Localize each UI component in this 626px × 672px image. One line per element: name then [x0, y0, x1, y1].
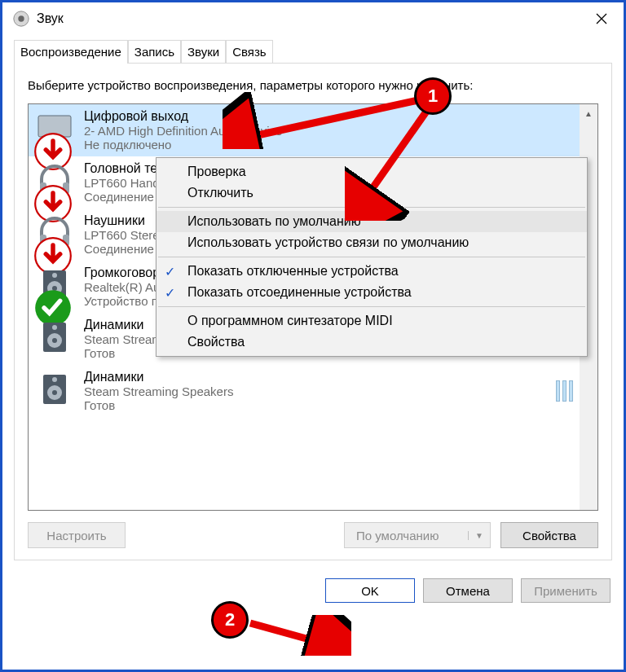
set-default-button[interactable]: По умолчанию ▼: [344, 522, 491, 548]
menu-label: Показать отключенные устройства: [187, 264, 399, 278]
svg-point-23: [52, 390, 57, 395]
check-icon: ✓: [165, 285, 175, 301]
instruction-text: Выберите устройство воспроизведения, пар…: [28, 78, 598, 92]
annotation-arrow: [245, 615, 351, 656]
menu-label: Показать отсоединенные устройства: [187, 285, 412, 299]
headphones-icon: [35, 213, 74, 253]
titlebar: Звук: [2, 2, 624, 35]
tab-sounds[interactable]: Звуки: [181, 40, 226, 63]
device-status: Готов: [84, 398, 233, 412]
dialog-button-row: OK Отмена Применить: [2, 572, 624, 616]
speaker-box-icon: [35, 318, 74, 357]
tab-recording[interactable]: Запись: [128, 40, 181, 63]
sound-dialog: Звук Воспроизведение Запись Звуки Связь …: [0, 0, 626, 672]
svg-line-27: [361, 112, 426, 204]
tab-strip: Воспроизведение Запись Звуки Связь: [2, 35, 624, 63]
menu-separator: [158, 306, 585, 307]
scroll-up-icon[interactable]: ▲: [580, 104, 597, 122]
device-text: Динамики Steam Streaming Speakers Готов: [84, 370, 233, 412]
chevron-down-icon: ▼: [468, 531, 483, 540]
speaker-box-icon: [35, 266, 74, 305]
level-meter: [556, 380, 573, 402]
menu-separator: [158, 257, 585, 257]
down-red-icon: [33, 132, 51, 150]
close-icon: [596, 13, 607, 24]
close-button[interactable]: [584, 7, 619, 31]
device-row[interactable]: Динамики Steam Streaming Speakers Готов: [29, 365, 597, 417]
sound-icon: [12, 10, 30, 28]
annotation-badge-1: 1: [414, 77, 452, 115]
svg-point-24: [52, 377, 57, 382]
tab-playback[interactable]: Воспроизведение: [14, 40, 128, 64]
properties-button[interactable]: Свойства: [500, 522, 598, 548]
device-name: Динамики: [84, 370, 233, 384]
set-default-label: По умолчанию: [356, 529, 439, 542]
device-sub: Steam Streaming Speakers: [84, 384, 233, 398]
annotation-badge-2: 2: [211, 601, 249, 639]
check-green-icon: [33, 288, 51, 306]
ok-button[interactable]: OK: [325, 578, 415, 603]
svg-line-28: [250, 623, 327, 644]
menu-item-properties[interactable]: Свойства: [156, 332, 587, 353]
menu-item-show-disconnected[interactable]: ✓Показать отсоединенные устройства: [156, 282, 587, 303]
svg-point-20: [52, 325, 57, 330]
svg-point-19: [52, 338, 57, 343]
menu-item-set-default-comm[interactable]: Использовать устройство связи по умолчан…: [156, 232, 587, 253]
window-title: Звук: [37, 11, 584, 26]
tab-communications[interactable]: Связь: [226, 40, 272, 63]
down-red-icon: [33, 184, 51, 202]
monitor-icon: [35, 109, 74, 148]
speaker-box-icon: [35, 370, 74, 409]
apply-button[interactable]: Применить: [521, 578, 611, 603]
check-icon: ✓: [165, 264, 175, 279]
svg-point-1: [18, 15, 24, 21]
headset-icon: [35, 161, 74, 200]
configure-button[interactable]: Настроить: [28, 522, 126, 548]
menu-item-show-disabled[interactable]: ✓Показать отключенные устройства: [156, 261, 587, 282]
down-red-icon: [33, 236, 51, 254]
svg-point-15: [52, 273, 57, 278]
annotation-arrow: [345, 107, 451, 221]
bottom-bar: Настроить По умолчанию ▼ Свойства: [28, 522, 598, 548]
menu-item-about-midi[interactable]: О программном синтезаторе MIDI: [156, 310, 587, 332]
cancel-button[interactable]: Отмена: [423, 578, 513, 603]
